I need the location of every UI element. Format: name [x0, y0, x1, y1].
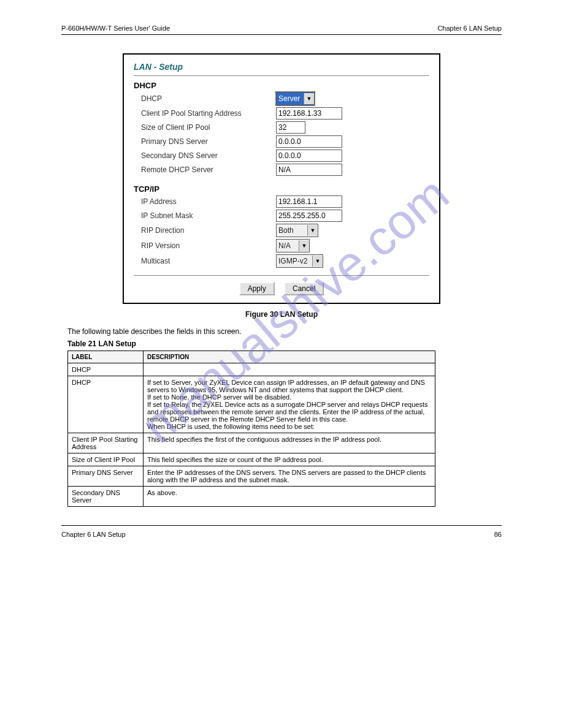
ip-addr-label: IP Address: [141, 197, 276, 206]
footer-left: Chapter 6 LAN Setup: [61, 531, 126, 538]
primary-dns-label: Primary DNS Server: [141, 137, 276, 146]
chevron-down-icon: ▼: [304, 93, 314, 104]
table-header-label: LABEL: [68, 351, 144, 363]
rip-dir-select-value: Both: [278, 226, 294, 235]
pool-size-input[interactable]: [276, 121, 305, 134]
table-row: Secondary DNS Server As above.: [68, 487, 435, 507]
client-ip-start-label: Client IP Pool Starting Address: [141, 109, 276, 118]
pool-size-label: Size of Client IP Pool: [141, 123, 276, 132]
header-chapter: Chapter 6 LAN Setup: [437, 25, 502, 32]
rip-ver-select[interactable]: N/A ▼: [276, 239, 310, 252]
apply-button[interactable]: Apply: [239, 282, 275, 295]
dhcp-select-value: Server: [278, 94, 300, 103]
rip-ver-select-value: N/A: [278, 241, 291, 250]
footer-right: 86: [494, 531, 502, 538]
table-header-description: DESCRIPTION: [144, 351, 435, 363]
table-row: Client IP Pool Starting Address This fie…: [68, 433, 435, 453]
lan-setup-panel: LAN - Setup DHCP DHCP Server ▼ Client IP…: [123, 53, 440, 304]
primary-dns-input[interactable]: [276, 135, 342, 148]
table-row: DHCP If set to Server, your ZyXEL Device…: [68, 376, 435, 433]
remote-dhcp-label: Remote DHCP Server: [141, 165, 276, 174]
subnet-label: IP Subnet Mask: [141, 211, 276, 220]
dhcp-label: DHCP: [141, 94, 276, 103]
secondary-dns-input[interactable]: [276, 150, 342, 162]
chevron-down-icon: ▼: [312, 256, 323, 267]
subnet-input[interactable]: [276, 210, 342, 222]
panel-title: LAN - Setup: [134, 62, 429, 74]
tcpip-section-heading: TCP/IP: [134, 184, 429, 194]
table-row: DHCP: [68, 363, 435, 376]
rip-dir-label: RIP Direction: [141, 226, 276, 235]
rip-dir-select[interactable]: Both ▼: [276, 224, 318, 237]
remote-dhcp-input[interactable]: [276, 164, 342, 176]
client-ip-start-input[interactable]: [276, 107, 342, 119]
dhcp-select[interactable]: Server ▼: [276, 92, 315, 105]
multicast-select-value: IGMP-v2: [278, 257, 307, 265]
dhcp-section-heading: DHCP: [134, 81, 429, 90]
table-intro: The following table describes the fields…: [67, 327, 502, 336]
multicast-label: Multicast: [141, 257, 276, 265]
chevron-down-icon: ▼: [299, 240, 309, 251]
lan-setup-table: LABEL DESCRIPTION DHCP DHCP If set to Se…: [67, 351, 435, 507]
chevron-down-icon: ▼: [307, 225, 318, 236]
cancel-button[interactable]: Cancel: [284, 282, 324, 295]
multicast-select[interactable]: IGMP-v2 ▼: [276, 254, 323, 268]
secondary-dns-label: Secondary DNS Server: [141, 151, 276, 160]
rip-ver-label: RIP Version: [141, 241, 276, 250]
table-row: Size of Client IP Pool This field specif…: [68, 453, 435, 466]
figure-caption: Figure 30 LAN Setup: [61, 310, 502, 319]
ip-addr-input[interactable]: [276, 195, 342, 208]
table-row: Primary DNS Server Enter the IP addresse…: [68, 466, 435, 487]
table-caption: Table 21 LAN Setup: [67, 339, 502, 348]
header-left: P-660H/HW/W-T Series User' Guide: [61, 25, 170, 32]
